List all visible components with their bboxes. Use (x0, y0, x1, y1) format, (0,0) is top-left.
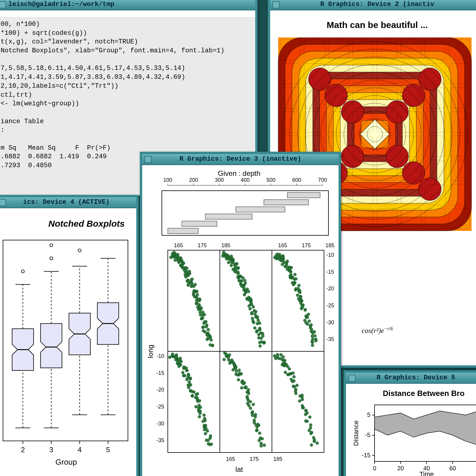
svg-point-532 (178, 360, 181, 363)
svg-point-551 (188, 381, 191, 383)
svg-point-654 (254, 415, 257, 418)
svg-point-496 (308, 320, 311, 322)
svg-point-242 (191, 278, 194, 281)
svg-point-291 (207, 328, 210, 331)
svg-point-389 (254, 310, 257, 313)
graphics-device-3-window[interactable]: R Graphics: Device 3 (inactive) Given : … (140, 152, 341, 476)
svg-point-730 (316, 441, 319, 444)
svg-text:Notched Boxplots: Notched Boxplots (48, 219, 125, 228)
terminal-titlebar[interactable]: leisch@galadriel:~/work/tmp (0, 0, 255, 10)
device3-titlebar[interactable]: R Graphics: Device 3 (inactive) (142, 154, 339, 165)
svg-rect-597 (220, 351, 272, 452)
svg-point-302 (210, 339, 213, 342)
svg-point-395 (257, 319, 260, 322)
device5-titlebar[interactable]: R Graphics: Device 5 (346, 373, 476, 384)
svg-point-690 (288, 367, 291, 370)
device2-titlebar[interactable]: R Graphics: Device 2 (inactiv (270, 0, 476, 10)
svg-rect-185 (168, 250, 220, 351)
svg-point-357 (243, 279, 246, 282)
svg-point-273 (196, 306, 199, 309)
svg-point-404 (257, 333, 260, 336)
svg-point-503 (311, 335, 314, 338)
svg-point-528 (179, 357, 182, 360)
svg-point-498 (310, 323, 313, 326)
svg-text:175: 175 (250, 456, 259, 462)
svg-point-562 (191, 394, 194, 397)
svg-point-536 (179, 363, 182, 366)
svg-point-578 (203, 414, 206, 416)
svg-rect-158 (205, 214, 252, 219)
svg-point-332 (230, 264, 233, 267)
svg-text:Given : depth: Given : depth (218, 169, 261, 177)
svg-rect-156 (168, 228, 198, 234)
graphics-device-4-window[interactable]: ics: Device 4 (ACTIVE) Notched Boxplots2… (0, 195, 139, 476)
svg-text:Distance Between Bro: Distance Between Bro (383, 389, 465, 398)
device2-title-text: R Graphics: Device 2 (inactiv (320, 1, 434, 8)
svg-point-524 (174, 356, 177, 358)
svg-point-645 (249, 400, 252, 403)
svg-point-612 (228, 362, 231, 365)
svg-point-569 (196, 400, 199, 403)
svg-point-488 (304, 308, 307, 311)
svg-point-668 (263, 444, 266, 447)
svg-point-450 (288, 267, 291, 270)
svg-point-194 (171, 254, 174, 257)
svg-point-621 (235, 370, 238, 373)
svg-point-697 (292, 375, 295, 378)
svg-text:-20: -20 (156, 387, 164, 393)
svg-text:185: 185 (273, 456, 282, 462)
svg-text:200: 200 (189, 177, 198, 183)
svg-text:lat: lat (235, 465, 243, 473)
svg-point-362 (244, 282, 247, 285)
svg-point-576 (198, 415, 201, 418)
svg-point-471 (298, 291, 301, 294)
svg-point-208 (177, 256, 180, 259)
svg-point-620 (234, 367, 237, 370)
svg-point-283 (200, 317, 203, 320)
svg-point-581 (202, 420, 205, 423)
svg-point-423 (275, 257, 278, 260)
svg-point-111 (21, 270, 24, 273)
svg-point-679 (279, 357, 282, 360)
svg-point-648 (252, 403, 255, 406)
svg-text:long: long (146, 345, 154, 358)
device4-titlebar[interactable]: ics: Device 4 (ACTIVE) (0, 197, 136, 208)
device4-plot-body: Notched Boxplots2345Group (0, 208, 136, 476)
svg-point-602 (225, 353, 228, 356)
svg-text:500: 500 (267, 177, 275, 183)
svg-point-385 (252, 306, 255, 309)
svg-point-587 (203, 428, 206, 431)
svg-text:185: 185 (221, 242, 230, 248)
svg-point-289 (205, 325, 208, 328)
svg-text:60: 60 (449, 465, 456, 472)
device3-plot-body: Given : depth100200300400500600700longla… (142, 165, 339, 476)
svg-rect-670 (272, 351, 324, 452)
svg-text:165: 165 (278, 242, 287, 248)
svg-point-409 (260, 337, 263, 340)
svg-point-256 (192, 291, 195, 294)
svg-point-634 (240, 386, 243, 389)
svg-text:600: 600 (292, 177, 301, 183)
svg-point-665 (258, 439, 261, 442)
svg-point-710 (298, 400, 301, 403)
svg-rect-157 (182, 221, 217, 226)
svg-point-728 (313, 440, 316, 443)
svg-point-643 (246, 395, 249, 398)
svg-point-257 (195, 290, 198, 293)
svg-text:175: 175 (302, 242, 311, 248)
svg-text:3: 3 (49, 446, 53, 454)
svg-point-337 (235, 262, 238, 265)
svg-point-405 (256, 329, 259, 332)
svg-point-674 (274, 357, 277, 360)
svg-point-413 (263, 341, 266, 344)
svg-text:-25: -25 (156, 404, 164, 410)
svg-point-662 (256, 428, 259, 431)
svg-point-509 (314, 338, 317, 341)
svg-text:700: 700 (318, 177, 327, 183)
svg-text:-30: -30 (326, 320, 334, 325)
svg-point-641 (247, 392, 250, 395)
graphics-device-5-window[interactable]: R Graphics: Device 5 Distance Between Br… (344, 370, 476, 476)
svg-text:Time: Time (419, 470, 434, 476)
svg-point-469 (295, 287, 298, 290)
svg-point-681 (283, 359, 286, 362)
